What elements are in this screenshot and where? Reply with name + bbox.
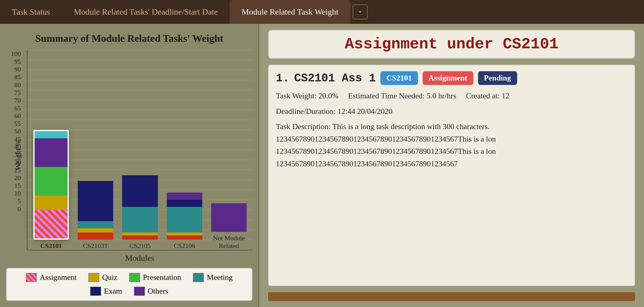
y-tick: 85 xyxy=(6,73,21,81)
y-tick: 0 xyxy=(6,205,21,213)
legend-label: Exam xyxy=(104,287,122,296)
created-value: 12 xyxy=(502,92,509,100)
bar-segment-others xyxy=(167,193,202,200)
bar-segment-quiz xyxy=(167,232,202,235)
y-tick: 60 xyxy=(6,112,21,120)
created-label: Created at: xyxy=(466,92,502,100)
y-tick: 55 xyxy=(6,120,21,128)
legend-color xyxy=(193,273,204,282)
bar-segment-top_cyan xyxy=(35,131,68,138)
y-tick: 5 xyxy=(6,197,21,205)
legend-label: Assignment xyxy=(40,273,77,282)
y-tick: 50 xyxy=(6,128,21,135)
bar-segment-assignment xyxy=(167,235,202,240)
weight-label: Task Weight: xyxy=(276,92,318,100)
legend-item-meeting: Meeting xyxy=(193,273,233,282)
grid-line xyxy=(27,110,253,110)
task-number: 1. xyxy=(276,72,290,85)
time-value: 5.0 hr/hrs xyxy=(427,92,456,100)
legend-item-assignment: Assignment xyxy=(26,273,77,282)
bar-label: CS2103T xyxy=(83,242,108,250)
bar-segment-meeting xyxy=(167,207,202,232)
legend-label: Quiz xyxy=(102,273,117,282)
description-label: Task Description: xyxy=(276,122,331,131)
tab-weight[interactable]: Module Related Task Weight xyxy=(230,0,350,24)
bar-segment-assignment xyxy=(78,232,113,240)
right-panel: Assignment under CS2101 1. CS2101 Ass 1 … xyxy=(259,24,644,307)
bar-segment-meeting xyxy=(78,221,113,228)
grid-line xyxy=(27,50,253,50)
bar-label: CS2101 xyxy=(41,242,62,250)
legend-label: Others xyxy=(148,287,168,296)
legend-item-presentation: Presentation xyxy=(129,273,181,282)
y-tick: 75 xyxy=(6,89,21,97)
bar-segment-others xyxy=(35,138,68,167)
grid-line xyxy=(27,60,253,60)
bottom-bar xyxy=(268,292,635,301)
y-tick: 80 xyxy=(6,81,21,89)
bar-label: CS2105 xyxy=(130,242,151,250)
bar-group-cs2106[interactable]: CS2106 xyxy=(167,193,202,250)
legend-label: Presentation xyxy=(143,273,181,282)
chart-legend: AssignmentQuizPresentationMeetingExamOth… xyxy=(6,268,253,301)
grid-line xyxy=(27,80,253,80)
bar-stack xyxy=(122,175,158,240)
bar-segment-presentation xyxy=(35,167,68,196)
legend-item-exam: Exam xyxy=(90,287,122,296)
bar-label: CS2106 xyxy=(174,242,195,250)
grid-line xyxy=(27,100,253,100)
deadline-label: Deadline/Duration: xyxy=(276,107,337,116)
type-badge[interactable]: Assignment xyxy=(423,71,473,85)
bar-segment-meeting xyxy=(122,207,158,232)
legend-color xyxy=(134,287,145,296)
legend-color xyxy=(129,273,140,282)
deadline-value: 12:44 20/04/2020 xyxy=(337,107,392,116)
bar-label: Not Module Related xyxy=(211,234,247,250)
weight-value: 20.0% xyxy=(318,92,338,100)
bar-segment-quiz xyxy=(122,232,158,235)
legend-color xyxy=(90,287,101,296)
tab-task-status[interactable]: Task Status xyxy=(0,0,62,24)
task-header: 1. CS2101 Ass 1 CS2101 Assignment Pendin… xyxy=(276,71,627,85)
chart-panel: Summary of Module Related Tasks' Weight … xyxy=(0,24,259,307)
bar-group-not-module-related[interactable]: Not Module Related xyxy=(211,203,247,250)
bar-stack xyxy=(78,181,113,240)
bar-group-cs2103t[interactable]: CS2103T xyxy=(78,181,113,250)
bar-group-cs2101[interactable]: CS2101 xyxy=(33,130,69,250)
legend-color xyxy=(88,273,99,282)
bar-stack xyxy=(211,203,247,232)
panel-title: Assignment under CS2101 xyxy=(268,30,635,59)
bar-segment-assignment xyxy=(122,235,158,240)
tab-dropdown-button[interactable] xyxy=(353,4,368,19)
grid-line xyxy=(27,120,253,120)
bar-group-cs2105[interactable]: CS2105 xyxy=(122,175,158,250)
main-content: Summary of Module Related Tasks' Weight … xyxy=(0,24,644,307)
bar-stack xyxy=(33,130,69,240)
y-tick: 10 xyxy=(6,190,21,197)
chart-area: 0510152025303540455055606570758085909510… xyxy=(6,50,253,301)
bar-segment-exam xyxy=(122,175,158,207)
task-meta: Task Weight: 20.0% Estimated Time Needed… xyxy=(276,90,627,102)
module-badge[interactable]: CS2101 xyxy=(380,71,418,85)
y-tick: 20 xyxy=(6,174,21,182)
bar-stack xyxy=(167,193,202,240)
y-axis-title: Weight % xyxy=(14,140,23,170)
bar-segment-exam xyxy=(167,200,202,207)
status-badge[interactable]: Pending xyxy=(478,71,517,85)
bar-segment-exam xyxy=(78,181,113,221)
legend-label: Meeting xyxy=(207,273,233,282)
bar-segment-others xyxy=(211,203,247,232)
tab-bar: Task Status Module Related Tasks' Deadli… xyxy=(0,0,644,24)
y-tick: 100 xyxy=(6,50,21,58)
legend-color xyxy=(26,273,37,282)
legend-item-others: Others xyxy=(134,287,168,296)
legend-item-quiz: Quiz xyxy=(88,273,117,282)
bar-segment-quiz xyxy=(35,196,68,210)
bar-segment-assignment xyxy=(35,210,68,238)
x-axis-title: Modules xyxy=(27,253,253,263)
grid-line xyxy=(27,70,253,70)
bar-segment-quiz xyxy=(78,228,113,232)
grid-line xyxy=(27,90,253,90)
tab-deadline[interactable]: Module Related Tasks' Deadline/Start Dat… xyxy=(62,0,230,24)
task-name: CS2101 Ass 1 xyxy=(294,72,376,85)
